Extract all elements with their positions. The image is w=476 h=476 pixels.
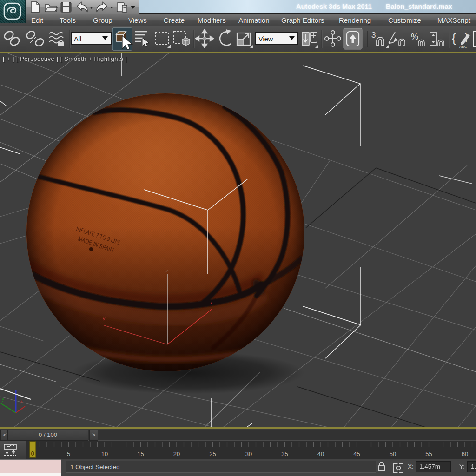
svg-text:{: { bbox=[452, 31, 456, 45]
svg-text:50: 50 bbox=[390, 450, 396, 457]
svg-text:15: 15 bbox=[137, 450, 144, 457]
svg-text:20: 20 bbox=[173, 450, 180, 457]
svg-text:ABC: ABC bbox=[459, 45, 467, 49]
svg-text:All: All bbox=[74, 35, 81, 43]
svg-text:45: 45 bbox=[353, 450, 360, 457]
svg-text:x: x bbox=[20, 398, 23, 403]
svg-text:z: z bbox=[165, 268, 168, 273]
svg-text:y: y bbox=[103, 316, 106, 321]
svg-text:y: y bbox=[2, 397, 4, 402]
svg-text:55: 55 bbox=[425, 450, 432, 457]
svg-text:60: 60 bbox=[462, 450, 468, 457]
svg-text:%: % bbox=[411, 32, 418, 41]
svg-text:x: x bbox=[210, 300, 213, 305]
svg-text:30: 30 bbox=[245, 450, 252, 457]
svg-text:35: 35 bbox=[281, 450, 288, 457]
svg-text:10: 10 bbox=[101, 450, 108, 457]
svg-text:40: 40 bbox=[317, 450, 324, 457]
svg-text:0: 0 bbox=[31, 450, 34, 457]
svg-text:5: 5 bbox=[67, 450, 70, 457]
svg-text:View: View bbox=[258, 35, 273, 43]
svg-text:3: 3 bbox=[371, 31, 376, 40]
svg-text:25: 25 bbox=[209, 450, 216, 457]
